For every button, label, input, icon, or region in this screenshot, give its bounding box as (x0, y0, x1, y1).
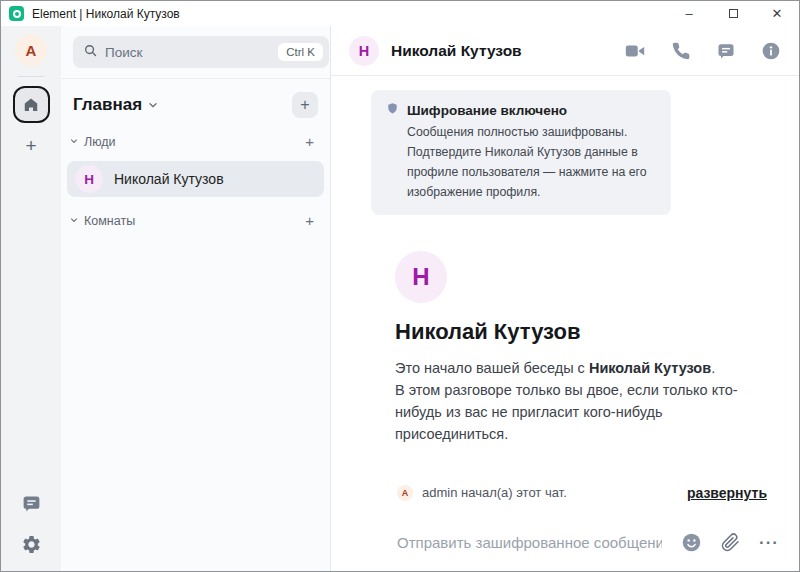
settings-button[interactable] (21, 534, 42, 559)
home-space-button[interactable] (13, 86, 50, 123)
maximize-icon (729, 9, 738, 18)
element-app-window: Element | Николай Кутузов – ✕ A + (0, 0, 800, 572)
emoji-icon[interactable] (681, 532, 702, 553)
space-panel: A + (1, 26, 61, 571)
message-timeline[interactable]: Шифрование включено Сообщения полностью … (331, 76, 799, 513)
chevron-down-icon (69, 214, 79, 228)
chat-panel: H Николай Кутузов (331, 26, 799, 571)
video-call-icon[interactable] (624, 40, 646, 62)
chat-header-avatar[interactable]: H (349, 36, 379, 66)
encryption-notice: Шифрование включено Сообщения полностью … (371, 90, 671, 215)
window-title: Element | Николай Кутузов (32, 7, 180, 21)
room-info-icon[interactable] (761, 41, 781, 61)
event-avatar: A (397, 485, 413, 501)
encryption-notice-body: Сообщения полностью зашифрованы. Подтвер… (407, 123, 656, 203)
minimize-button[interactable]: – (667, 1, 711, 26)
element-logo-icon (9, 6, 24, 21)
shield-icon (386, 101, 399, 120)
room-intro-title: Николай Кутузов (395, 319, 769, 345)
more-options-icon[interactable]: ··· (759, 534, 779, 551)
chevron-down-icon[interactable] (147, 99, 159, 111)
chat-title: Николай Кутузов (391, 42, 522, 60)
threads-icon[interactable] (716, 41, 736, 61)
section-label: Комнаты (84, 214, 135, 228)
space-name[interactable]: Главная (73, 95, 142, 115)
section-label: Люди (84, 135, 116, 149)
gear-icon (21, 534, 42, 559)
expand-link[interactable]: развернуть (687, 485, 767, 501)
room-list-panel: Ctrl K Главная + Люди (61, 26, 331, 571)
search-icon (83, 43, 98, 62)
home-icon (22, 96, 40, 114)
threads-button[interactable] (21, 493, 42, 518)
add-space-button[interactable]: + (25, 136, 36, 155)
event-text: admin начал(а) этот чат. (422, 485, 567, 500)
add-room-button[interactable]: + (292, 92, 318, 118)
chevron-down-icon (69, 135, 79, 149)
search-input[interactable] (105, 45, 271, 60)
encryption-notice-title: Шифрование включено (407, 103, 567, 118)
maximize-button[interactable] (711, 1, 755, 26)
room-name: Николай Кутузов (114, 171, 224, 187)
chat-header: H Николай Кутузов (331, 26, 799, 76)
voice-call-icon[interactable] (671, 41, 691, 61)
room-list-item[interactable]: H Николай Кутузов (67, 161, 324, 197)
window-controls: – ✕ (667, 1, 799, 26)
close-button[interactable]: ✕ (755, 1, 799, 26)
divider (18, 76, 44, 77)
search-shortcut-badge: Ctrl K (278, 43, 323, 61)
message-input[interactable] (397, 534, 662, 551)
room-avatar: H (75, 165, 103, 193)
title-bar: Element | Николай Кутузов – ✕ (1, 1, 799, 26)
section-rooms[interactable]: Комнаты + (61, 201, 330, 232)
room-intro-avatar[interactable]: H (395, 251, 447, 303)
threads-icon (21, 493, 42, 518)
section-people[interactable]: Люди + (61, 122, 330, 153)
attachment-icon[interactable] (721, 533, 740, 552)
room-intro: H Николай Кутузов Это начало вашей бесед… (395, 251, 769, 445)
search-box[interactable]: Ctrl K (73, 36, 329, 68)
message-composer: ··· (331, 513, 799, 571)
user-avatar[interactable]: A (15, 34, 47, 66)
add-person-button[interactable]: + (305, 133, 314, 150)
timeline-event: A admin начал(а) этот чат. развернуть (397, 485, 767, 501)
room-intro-text: Это начало вашей беседы с Николай Кутузо… (395, 357, 769, 445)
add-room-section-button[interactable]: + (305, 212, 314, 229)
